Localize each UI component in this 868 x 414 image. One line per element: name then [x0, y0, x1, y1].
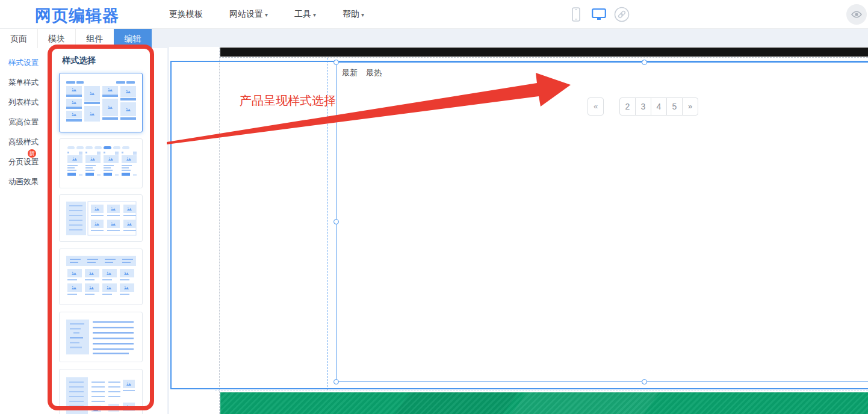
link-icon[interactable]: [614, 7, 630, 22]
eye-icon[interactable]: [846, 4, 867, 25]
module-bottom-guide: [215, 391, 868, 391]
sidebar-item-size-position[interactable]: 宽高位置: [0, 113, 53, 132]
sidebar-item-menu-style[interactable]: 菜单样式: [0, 73, 53, 93]
sidebar-item-advanced-style[interactable]: 高级样式: [0, 132, 53, 152]
pagination-pages: 2 3 4 5 »: [619, 97, 698, 116]
menu-change-template[interactable]: 更换模板: [169, 9, 203, 20]
sidebar-item-animation-effects[interactable]: 动画效果: [0, 172, 53, 192]
menu-help[interactable]: 帮助▾: [343, 9, 364, 20]
tab-edit[interactable]: 编辑: [114, 29, 152, 48]
sidebar-item-pagination-settings[interactable]: 分页设置 新: [0, 152, 53, 172]
style-thumbnail: [64, 200, 138, 237]
resize-handle-bottom-left[interactable]: [333, 379, 339, 385]
tab-page[interactable]: 页面: [0, 29, 38, 48]
resize-handle-left-middle[interactable]: [333, 219, 339, 224]
sidebar-item-list-style[interactable]: 列表样式: [0, 93, 53, 113]
resize-handle-top-center[interactable]: [642, 60, 647, 65]
style-select-panel: 样式选择: [53, 48, 167, 414]
style-option-tabbed-cards[interactable]: [59, 138, 143, 188]
editor-tabbar: 页面 模块 组件 编辑: [0, 29, 152, 48]
annotation-note: 产品呈现样式选择: [240, 93, 336, 109]
tab-hottest[interactable]: 最热: [366, 67, 382, 78]
pagination-next-button[interactable]: »: [682, 97, 698, 116]
style-option-sidebar-grid[interactable]: [59, 194, 143, 242]
resize-handle-bottom-center[interactable]: [642, 379, 647, 385]
menu-tools[interactable]: 工具▾: [294, 9, 316, 20]
page-header-black-bar[interactable]: [220, 48, 868, 57]
tab-newest[interactable]: 最新: [342, 67, 358, 78]
page-footer-green-bar[interactable]: [220, 392, 868, 414]
style-thumbnail: [64, 374, 138, 414]
desktop-preview-icon[interactable]: [591, 7, 607, 22]
preview-mode-icons: [568, 0, 630, 29]
style-option-header-grid[interactable]: [59, 249, 143, 305]
green-bar-texture: [220, 392, 868, 414]
pagination-page-2[interactable]: 2: [619, 97, 636, 116]
panel-title: 样式选择: [62, 55, 96, 66]
style-thumbnail: [64, 144, 138, 184]
new-badge: 新: [28, 149, 36, 158]
style-option-multi-column[interactable]: [59, 369, 143, 414]
pagination-prev-button[interactable]: «: [587, 97, 604, 116]
top-menu: 更换模板 网站设置▾ 工具▾ 帮助▾: [169, 0, 364, 29]
style-option-masonry-grid[interactable]: [59, 73, 143, 132]
pagination-page-3[interactable]: 3: [635, 97, 651, 116]
chevron-down-icon: ▾: [313, 11, 316, 18]
pagination-page-4[interactable]: 4: [651, 97, 667, 116]
web-page-editor: 网页编辑器 更换模板 网站设置▾ 工具▾ 帮助▾: [0, 0, 868, 414]
product-sort-tabs: 最新 最热: [342, 67, 382, 78]
canvas-pane: 最新 最热 « 2 3 4 5 »: [152, 29, 868, 414]
chevron-down-icon: ▾: [265, 11, 268, 18]
phone-preview-icon[interactable]: [568, 7, 584, 22]
pagination-page-5[interactable]: 5: [666, 97, 683, 116]
settings-sidebar: 样式设置 菜单样式 列表样式 宽高位置 高级样式 分页设置 新 动画效果: [0, 48, 53, 414]
module-top-guide: [219, 57, 868, 58]
style-thumbnail: [64, 79, 138, 126]
style-thumbnail: [64, 253, 138, 300]
resize-handle-top-left[interactable]: [333, 60, 339, 65]
style-thumbnail: [64, 317, 138, 357]
app-header: 网页编辑器 更换模板 网站设置▾ 工具▾ 帮助▾: [0, 0, 868, 29]
pagination: « 2 3 4 5 »: [587, 97, 698, 116]
style-option-text-list[interactable]: [59, 312, 143, 362]
active-tab-notch: [130, 45, 136, 48]
tab-component[interactable]: 组件: [76, 29, 114, 48]
chevron-down-icon: ▾: [361, 11, 364, 18]
tab-module[interactable]: 模块: [38, 29, 76, 48]
app-logo: 网页编辑器: [35, 5, 119, 26]
sidebar-item-style-settings[interactable]: 样式设置: [0, 53, 53, 73]
menu-site-settings[interactable]: 网站设置▾: [229, 9, 268, 20]
